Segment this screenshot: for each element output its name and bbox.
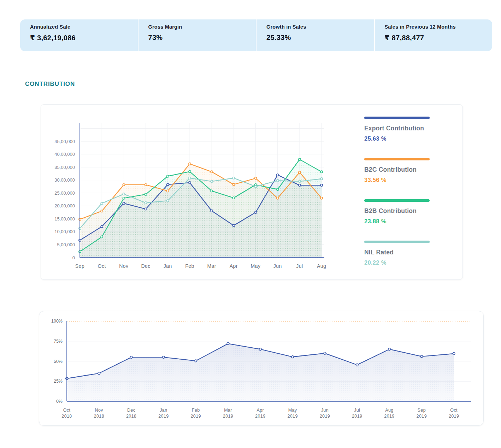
legend-label: NIL Rated <box>364 249 442 256</box>
data-point-growth <box>259 348 262 350</box>
legend-color-bar <box>364 117 430 119</box>
x-tick-label: Jan2019 <box>158 408 169 419</box>
y-tick-label: 10,00,000 <box>54 229 75 234</box>
x-tick-label: Oct2019 <box>449 408 459 419</box>
x-tick-label: Oct <box>98 263 106 269</box>
legend-label: B2C Contribution <box>364 166 442 173</box>
data-point-nil-rated <box>255 185 257 188</box>
data-point-nil-rated <box>167 200 169 202</box>
y-tick-label: 5,00,000 <box>57 242 75 247</box>
legend-value: 25.63 % <box>364 135 442 142</box>
y-tick-label: 30,00,000 <box>54 177 75 183</box>
legend-item-nil-rated[interactable]: NIL Rated20.22 % <box>364 241 442 266</box>
data-point-export-contribution <box>145 208 147 210</box>
legend-value: 20.22 % <box>364 259 442 266</box>
stat-value: 73% <box>148 34 256 42</box>
stat-item-annualized-sale: Annualized Sale₹ 3,62,19,086 <box>20 19 138 51</box>
data-point-export-contribution <box>167 183 169 185</box>
x-tick-label: Sep <box>75 263 84 269</box>
legend-color-bar <box>364 158 430 160</box>
legend-item-export-contribution[interactable]: Export Contribution25.63 % <box>364 117 442 142</box>
x-tick-label: Jun <box>273 263 282 269</box>
data-point-growth <box>291 356 294 358</box>
series-area-growth-texture <box>67 344 454 401</box>
y-tick-label: 50% <box>54 359 63 364</box>
stat-label: Gross Margin <box>148 24 256 30</box>
data-point-growth <box>356 364 358 366</box>
legend-value: 33.56 % <box>364 177 442 183</box>
x-tick-label: Nov2018 <box>94 408 104 419</box>
x-tick-label: Aug <box>317 263 326 269</box>
legend-color-bar <box>364 199 430 202</box>
data-point-b2b-contribution <box>145 193 147 195</box>
stat-value: ₹ 3,62,19,086 <box>30 34 138 42</box>
stat-item-gross-margin: Gross Margin73% <box>138 19 257 51</box>
data-point-export-contribution <box>232 224 235 226</box>
x-tick-label: Jun2019 <box>320 408 330 419</box>
data-point-export-contribution <box>189 182 191 184</box>
data-point-b2b-contribution <box>167 175 169 177</box>
data-point-growth <box>227 342 229 345</box>
legend-item-b2b-contribution[interactable]: B2B Contribution23.88 % <box>364 199 442 225</box>
data-point-b2b-contribution <box>123 197 125 199</box>
y-tick-label: 0% <box>56 399 63 404</box>
data-point-growth <box>388 348 391 350</box>
data-point-export-contribution <box>101 225 103 228</box>
stat-label: Growth in Sales <box>266 24 374 30</box>
x-tick-label: Apr2019 <box>255 408 265 419</box>
x-tick-label: Feb <box>185 263 194 269</box>
y-tick-label: 75% <box>54 339 63 344</box>
data-point-b2b-contribution <box>189 170 191 172</box>
x-tick-label: Dec2018 <box>126 408 136 419</box>
data-point-b2b-contribution <box>299 158 301 160</box>
x-tick-label: Oct2018 <box>61 408 72 419</box>
y-tick-label: 45,00,000 <box>54 139 75 144</box>
data-point-b2c-contribution <box>299 171 301 173</box>
y-tick-label: 25,00,000 <box>54 190 75 196</box>
data-point-nil-rated <box>123 193 125 195</box>
contribution-legend: Export Contribution25.63 %B2C Contributi… <box>364 117 442 282</box>
y-tick-label: 15,00,000 <box>54 216 75 222</box>
data-point-b2b-contribution <box>101 236 103 238</box>
growth-area-chart: 0%25%50%75%100%Oct2018Nov2018Dec2018Jan2… <box>39 311 483 425</box>
x-tick-label: Mar <box>207 263 216 269</box>
data-point-export-contribution <box>299 184 301 186</box>
data-point-b2b-contribution <box>232 197 235 199</box>
stat-label: Sales in Previous 12 Months <box>385 24 493 30</box>
data-point-nil-rated <box>299 180 301 182</box>
data-point-b2c-contribution <box>145 184 147 186</box>
data-point-export-contribution <box>320 184 323 186</box>
y-tick-label: 40,00,000 <box>54 152 75 157</box>
x-tick-label: Sep2019 <box>417 408 427 419</box>
series-areas <box>80 159 322 258</box>
data-point-b2c-contribution <box>277 197 279 199</box>
x-tick-label: Mar2019 <box>223 408 233 419</box>
data-point-nil-rated <box>277 179 279 182</box>
legend-color-bar <box>364 241 430 243</box>
data-point-growth <box>453 353 455 355</box>
data-point-export-contribution <box>211 210 213 212</box>
data-point-b2b-contribution <box>277 188 279 190</box>
data-point-b2b-contribution <box>211 190 213 192</box>
stat-value: 25.33% <box>266 34 374 42</box>
x-tick-label: Jan <box>164 263 172 269</box>
x-tick-label: Apr <box>230 263 238 269</box>
x-tick-label: Nov <box>119 263 128 269</box>
x-tick-label: Jul <box>296 263 303 269</box>
section-title: CONTRIBUTION <box>25 81 75 88</box>
data-point-nil-rated <box>189 177 191 179</box>
legend-label: B2B Contribution <box>364 207 442 215</box>
legend-item-b2c-contribution[interactable]: B2C Contribution33.56 % <box>364 158 442 183</box>
legend-value: 23.88 % <box>364 218 442 225</box>
data-point-export-contribution <box>123 202 125 204</box>
data-point-export-contribution <box>255 211 257 213</box>
data-point-b2c-contribution <box>211 171 213 173</box>
data-point-growth <box>98 372 100 375</box>
y-tick-label: 100% <box>51 319 63 324</box>
data-point-nil-rated <box>232 177 235 179</box>
data-point-b2c-contribution <box>101 210 103 212</box>
data-point-export-contribution <box>277 174 279 176</box>
stats-bar: Annualized Sale₹ 3,62,19,086Gross Margin… <box>20 19 492 51</box>
y-tick-label: 0 <box>72 255 75 260</box>
data-point-nil-rated <box>320 178 323 180</box>
